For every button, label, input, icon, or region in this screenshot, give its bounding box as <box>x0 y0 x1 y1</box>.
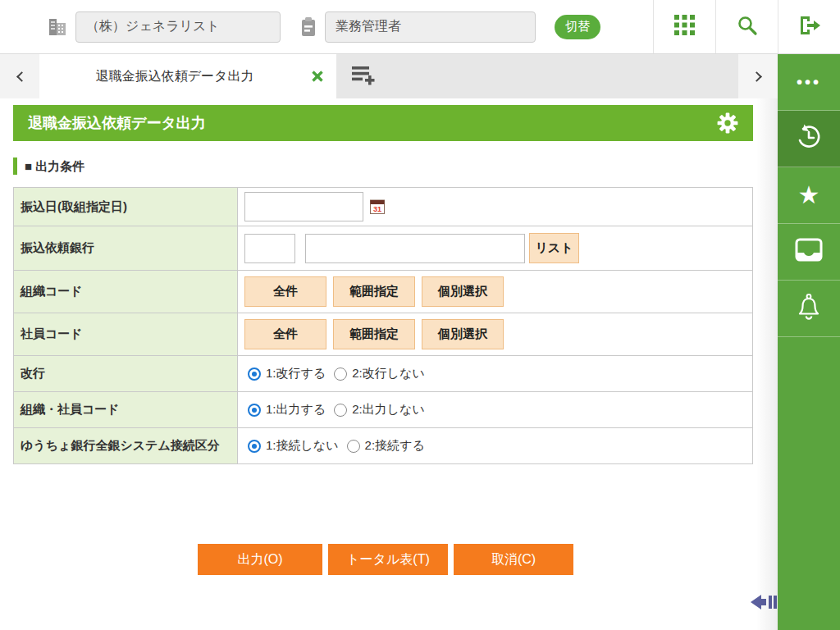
radio-option-label: 2:改行しない <box>352 366 425 381</box>
action-buttons: 出力(O) トータル表(T) 取消(C) <box>198 544 579 575</box>
grid-menu-button[interactable] <box>653 0 715 53</box>
employee-all-button[interactable]: 全件 <box>244 319 326 349</box>
cancel-button[interactable]: 取消(C) <box>454 544 573 575</box>
table-row: 改行 1:改行する 2:改行しない <box>14 356 753 392</box>
grid-menu-icon <box>673 14 696 39</box>
output-conditions-table: 振込日(取組指定日) 31 振込依頼銀行 <box>13 187 753 464</box>
radio-option-label: 2:出力しない <box>352 402 425 418</box>
org-all-button[interactable]: 全件 <box>244 276 326 307</box>
company-input[interactable] <box>75 11 281 43</box>
sidebar-edge-shadow <box>756 98 778 630</box>
logout-button[interactable] <box>778 0 840 53</box>
page-header-bar: 退職金振込依頼データ出力 <box>13 105 753 141</box>
radio-option-label: 1:改行する <box>266 366 326 381</box>
svg-text:31: 31 <box>373 205 381 213</box>
close-icon <box>310 69 325 84</box>
page-title: 退職金振込依頼データ出力 <box>28 113 206 133</box>
add-tab-button[interactable] <box>336 54 376 98</box>
notification-bell-icon <box>796 293 822 324</box>
output-button[interactable]: 出力(O) <box>198 544 322 575</box>
tab-active[interactable]: 退職金振込依頼データ出力 <box>39 54 336 98</box>
table-row: 組織・社員コード 1:出力する 2:出力しない <box>14 392 753 428</box>
table-row: 組織コード 全件 範囲指定 個別選択 <box>14 271 753 313</box>
linebreak-option-1-radio[interactable] <box>248 368 261 381</box>
gear-icon <box>717 112 738 134</box>
employee-range-button[interactable]: 範囲指定 <box>333 319 415 349</box>
sidebar-item-more[interactable]: ••• <box>778 54 840 111</box>
tab-title: 退職金振込依頼データ出力 <box>39 68 310 85</box>
search-icon <box>737 15 758 39</box>
clipboard-icon <box>299 16 318 39</box>
top-nav <box>653 0 840 53</box>
chevron-left-icon <box>16 71 27 82</box>
add-tab-icon <box>351 63 376 89</box>
calendar-icon[interactable]: 31 <box>368 198 386 216</box>
radio-option-label: 1:出力する <box>266 402 326 418</box>
total-table-button[interactable]: トータル表(T) <box>328 544 448 575</box>
role-input[interactable] <box>325 11 536 43</box>
sidebar-item-history[interactable] <box>778 111 840 167</box>
row-label: 組織コード <box>14 271 238 313</box>
bank-name-input <box>305 234 525 263</box>
yucho-option-2-radio[interactable] <box>347 440 360 453</box>
sidebar-item-notifications[interactable] <box>778 281 840 337</box>
row-label: 組織・社員コード <box>14 392 238 428</box>
row-label: 社員コード <box>14 313 238 356</box>
table-row: 振込依頼銀行 リスト <box>14 226 753 271</box>
radio-option-label: 2:接続する <box>365 438 425 454</box>
row-label: 振込依頼銀行 <box>14 226 238 271</box>
switch-button[interactable]: 切替 <box>555 15 600 39</box>
main-area: 退職金振込依頼データ出力 <box>0 54 778 630</box>
collapse-panel-button[interactable] <box>750 592 778 615</box>
org-select-button[interactable]: 個別選択 <box>422 276 504 307</box>
building-icon <box>46 16 69 39</box>
bank-list-button[interactable]: リスト <box>529 233 579 263</box>
orgcode-option-1-radio[interactable] <box>248 404 261 417</box>
collapse-arrow-icon <box>750 592 778 612</box>
favorite-star-icon: ★ <box>798 183 820 208</box>
sidebar-item-favorites[interactable]: ★ <box>778 167 840 224</box>
org-range-button[interactable]: 範囲指定 <box>333 276 415 307</box>
history-icon <box>794 122 824 155</box>
table-row: 振込日(取組指定日) 31 <box>14 188 753 226</box>
radio-option-label: 1:接続しない <box>266 438 339 454</box>
transfer-date-input[interactable] <box>244 192 363 221</box>
close-tab-button[interactable] <box>310 69 325 84</box>
top-bar: 切替 <box>0 0 840 54</box>
settings-gear-button[interactable] <box>717 112 738 134</box>
yucho-option-1-radio[interactable] <box>248 440 261 453</box>
row-label: 改行 <box>14 356 238 392</box>
orgcode-option-2-radio[interactable] <box>334 404 347 417</box>
more-ellipsis-icon: ••• <box>797 73 821 92</box>
tab-bar: 退職金振込依頼データ出力 <box>0 54 778 98</box>
employee-select-button[interactable]: 個別選択 <box>422 319 504 349</box>
prev-tab-button[interactable] <box>0 54 39 98</box>
row-label: 振込日(取組指定日) <box>14 188 238 226</box>
search-button[interactable] <box>715 0 778 53</box>
row-label: ゆうちょ銀行全銀システム接続区分 <box>14 428 238 464</box>
tray-icon <box>793 237 824 267</box>
bank-code-input[interactable] <box>244 234 295 263</box>
next-tab-button[interactable] <box>738 54 778 98</box>
right-sidebar: ••• ★ <box>778 54 840 630</box>
section-heading: ■ 出力条件 <box>13 158 84 175</box>
table-row: ゆうちょ銀行全銀システム接続区分 1:接続しない 2:接続する <box>14 428 753 464</box>
chevron-right-icon <box>751 71 762 82</box>
table-row: 社員コード 全件 範囲指定 個別選択 <box>14 313 753 356</box>
sidebar-item-tray[interactable] <box>778 224 840 281</box>
linebreak-option-2-radio[interactable] <box>334 368 347 381</box>
logout-icon <box>798 15 821 39</box>
